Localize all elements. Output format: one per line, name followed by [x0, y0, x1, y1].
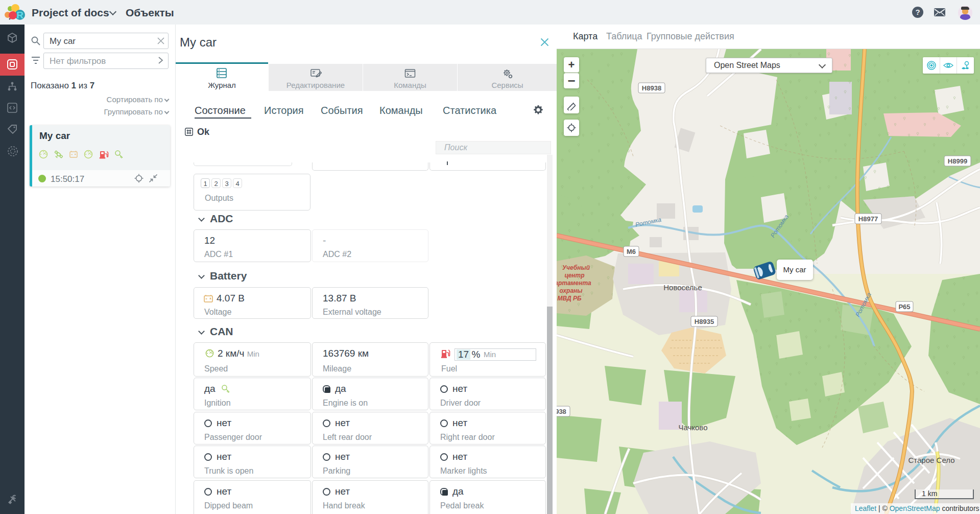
svg-text:Н8935: Н8935 — [695, 318, 714, 325]
svg-text:Н8938: Н8938 — [642, 84, 661, 92]
svg-text:Н8999: Н8999 — [948, 157, 967, 165]
svg-text:центр: центр — [564, 272, 584, 279]
svg-text:R: R — [16, 10, 23, 20]
svg-text:Р65: Р65 — [898, 303, 910, 311]
svg-text:938: 938 — [557, 408, 566, 415]
svg-text:Новоселье: Новоселье — [663, 283, 702, 292]
svg-text:Чачково: Чачково — [678, 423, 707, 432]
svg-text:Учебный: Учебный — [562, 264, 590, 271]
svg-text:М6: М6 — [627, 248, 636, 255]
svg-text:МВД РБ: МВД РБ — [557, 295, 582, 302]
svg-text:Н8977: Н8977 — [858, 215, 878, 223]
svg-text:My car: My car — [783, 265, 806, 274]
svg-text:Старое Село: Старое Село — [908, 456, 954, 464]
svg-text:охраны: охраны — [559, 287, 583, 294]
svg-text:артамента: артамента — [557, 279, 591, 287]
